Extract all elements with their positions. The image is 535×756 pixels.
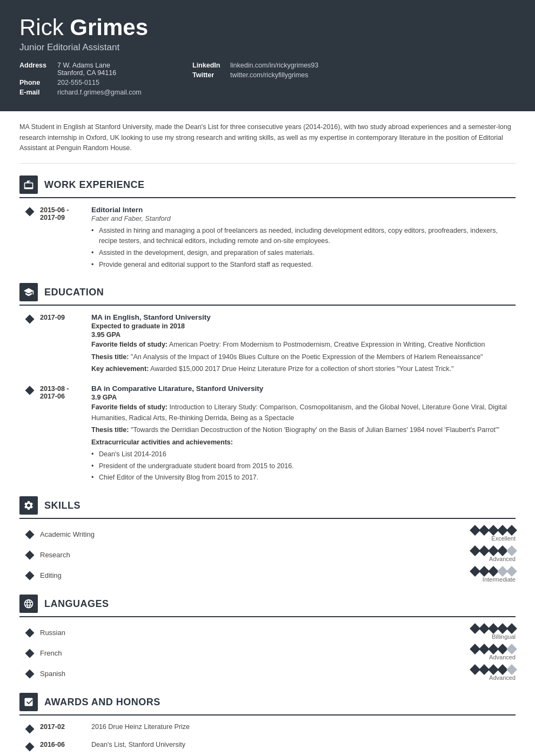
award-bullet-0 bbox=[19, 723, 40, 732]
lang-row-1: French Advanced bbox=[19, 645, 516, 660]
edu-extra-label-text-1: Extracurricular activities and achieveme… bbox=[91, 438, 233, 446]
skill-label-0: Excellent bbox=[491, 535, 516, 542]
edu-content-0: MA in English, Stanford University Expec… bbox=[91, 313, 516, 376]
lang-bullet-0 bbox=[19, 629, 40, 636]
edu-extra-bullets-1: Dean's List 2014-2016 President of the u… bbox=[91, 449, 516, 483]
job-title: Junior Editorial Assistant bbox=[19, 42, 516, 53]
languages-section-title: LANGUAGES bbox=[44, 598, 109, 610]
diamond-icon bbox=[25, 629, 35, 638]
lang-dots-2 bbox=[471, 666, 516, 673]
skill-bullet-0 bbox=[19, 530, 40, 538]
edu-extra-label-1: Extracurricular activities and achieveme… bbox=[91, 437, 516, 448]
edu-fields-label-1: Favorite fields of study: bbox=[91, 403, 168, 411]
skill-dots-2 bbox=[471, 568, 516, 575]
skills-section: SKILLS Academic Writing Excellent bbox=[19, 496, 516, 583]
twitter-row: Twitter twitter.com/rickyfillygrimes bbox=[192, 71, 516, 79]
contact-left: Address 7 W. Adams Lane Stanford, CA 941… bbox=[19, 62, 192, 98]
education-section-title: EDUCATION bbox=[44, 287, 104, 298]
diamond-icon bbox=[25, 207, 35, 217]
diamond-icon bbox=[25, 551, 35, 560]
awards-icon bbox=[19, 693, 38, 711]
full-name: Rick Grimes bbox=[19, 15, 516, 40]
dot bbox=[506, 644, 517, 654]
dot bbox=[506, 525, 517, 536]
edu-achievement-0: Key achievement: Awarded $15,000 2017 Dr… bbox=[91, 364, 516, 374]
languages-section: LANGUAGES Russian Billingual bbox=[19, 595, 516, 681]
lang-label-0: Billingual bbox=[492, 633, 516, 640]
work-date-0: 2015-06 -2017-09 bbox=[40, 206, 91, 271]
lang-bullet-1 bbox=[19, 649, 40, 657]
summary-text: MA Student in English at Stanford Univer… bbox=[19, 122, 516, 164]
dot bbox=[506, 566, 517, 577]
address-label: Address bbox=[19, 62, 57, 77]
skill-dots-0 bbox=[471, 526, 516, 534]
skill-rating-1: Advanced bbox=[445, 547, 516, 562]
edu-entry-1: 2013-08 -2017-06 BA in Comparative Litar… bbox=[19, 384, 516, 484]
work-section-title: WORK EXPERIENCE bbox=[44, 179, 145, 191]
award-bullet-1 bbox=[19, 741, 40, 750]
award-text-1: Dean's List, Stanford University bbox=[91, 741, 185, 750]
diamond-icon bbox=[25, 315, 35, 324]
dot bbox=[506, 623, 517, 634]
diamond-icon bbox=[25, 530, 35, 539]
edu-sub2-1: 3.9 GPA bbox=[91, 394, 516, 401]
skill-row-2: Editing Intermediate bbox=[19, 568, 516, 583]
edu-degree-0: MA in English, Stanford University bbox=[91, 313, 516, 321]
awards-section: AWARDS AND HONORS 2017-02 2016 Drue Hein… bbox=[19, 693, 516, 756]
twitter-label: Twitter bbox=[192, 71, 230, 79]
diamond-icon bbox=[25, 571, 35, 580]
lang-label-2: Advanced bbox=[489, 674, 516, 681]
skill-dots-1 bbox=[471, 547, 516, 555]
lang-rating-0: Billingual bbox=[445, 625, 516, 640]
lang-row-0: Russian Billingual bbox=[19, 625, 516, 640]
address-row: Address 7 W. Adams Lane Stanford, CA 941… bbox=[19, 62, 192, 77]
skills-icon bbox=[19, 496, 38, 515]
award-text-0: 2016 Drue Heinz Literature Prize bbox=[91, 723, 190, 732]
edu-degree-1: BA in Comparative Litarature, Stanford U… bbox=[91, 384, 516, 393]
language-svg-icon bbox=[23, 598, 34, 609]
work-icon bbox=[19, 176, 38, 194]
contact-info: Address 7 W. Adams Lane Stanford, CA 941… bbox=[19, 62, 516, 98]
skill-name-2: Editing bbox=[40, 571, 445, 579]
edu-fields-0: Favorite fields of study: American Poetr… bbox=[91, 340, 516, 350]
contact-right: LinkedIn linkedin.com/in/rickygrimes93 T… bbox=[192, 62, 516, 98]
dot bbox=[506, 664, 517, 675]
edu-fields-value-0: American Poetry: From Modernism to Postm… bbox=[169, 341, 485, 348]
work-section-header: WORK EXPERIENCE bbox=[19, 176, 516, 198]
edu-thesis-0: Thesis title: "An Analysis of the Impact… bbox=[91, 352, 516, 362]
work-bullet-item-0: Assisted in hiring and managing a pool o… bbox=[91, 226, 516, 246]
award-date-0: 2017-02 bbox=[40, 723, 91, 732]
award-svg-icon bbox=[23, 697, 34, 707]
skill-row-0: Academic Writing Excellent bbox=[19, 526, 516, 542]
lang-name-0: Russian bbox=[40, 629, 445, 637]
skill-label-2: Intermediate bbox=[483, 576, 516, 583]
work-bullet-item-2: Provide general and editorial support to… bbox=[91, 260, 516, 270]
skills-svg-icon bbox=[23, 500, 34, 511]
edu-thesis-label-1: Thesis title: bbox=[91, 426, 129, 434]
languages-section-header: LANGUAGES bbox=[19, 595, 516, 617]
last-name: Grimes bbox=[70, 15, 148, 40]
edu-bullet-0 bbox=[19, 313, 40, 376]
skill-bullet-2 bbox=[19, 571, 40, 579]
linkedin-value: linkedin.com/in/rickygrimes93 bbox=[230, 62, 318, 69]
first-name: Rick bbox=[19, 15, 70, 40]
lang-label-1: Advanced bbox=[489, 654, 516, 660]
edu-achievement-value-0: Awarded $15,000 2017 Drue Heinz Literatu… bbox=[150, 365, 453, 373]
edu-fields-1: Favorite fields of study: Introduction t… bbox=[91, 402, 516, 423]
edu-thesis-value-1: "Towards the Derridian Decostruction of … bbox=[131, 426, 499, 434]
phone-value: 202-555-0115 bbox=[57, 79, 99, 86]
phone-row: Phone 202-555-0115 bbox=[19, 79, 192, 86]
diamond-icon bbox=[25, 670, 35, 679]
education-icon bbox=[19, 283, 38, 301]
edu-content-1: BA in Comparative Litarature, Stanford U… bbox=[91, 384, 516, 484]
work-entry-0: 2015-06 -2017-09 Editorial Intern Faber … bbox=[19, 206, 516, 271]
edu-extra-bullet-1: President of the undergraduate student b… bbox=[91, 461, 516, 471]
skills-section-header: SKILLS bbox=[19, 496, 516, 519]
edu-thesis-1: Thesis title: "Towards the Derridian Dec… bbox=[91, 425, 516, 435]
skill-row-1: Research Advanced bbox=[19, 547, 516, 562]
email-label: E-mail bbox=[19, 89, 57, 96]
edu-bullet-1 bbox=[19, 384, 40, 484]
edu-extra-bullet-2: Chief Editor of the University Blog from… bbox=[91, 473, 516, 483]
diamond-icon bbox=[25, 649, 35, 658]
job-title-0: Editorial Intern bbox=[91, 206, 516, 214]
